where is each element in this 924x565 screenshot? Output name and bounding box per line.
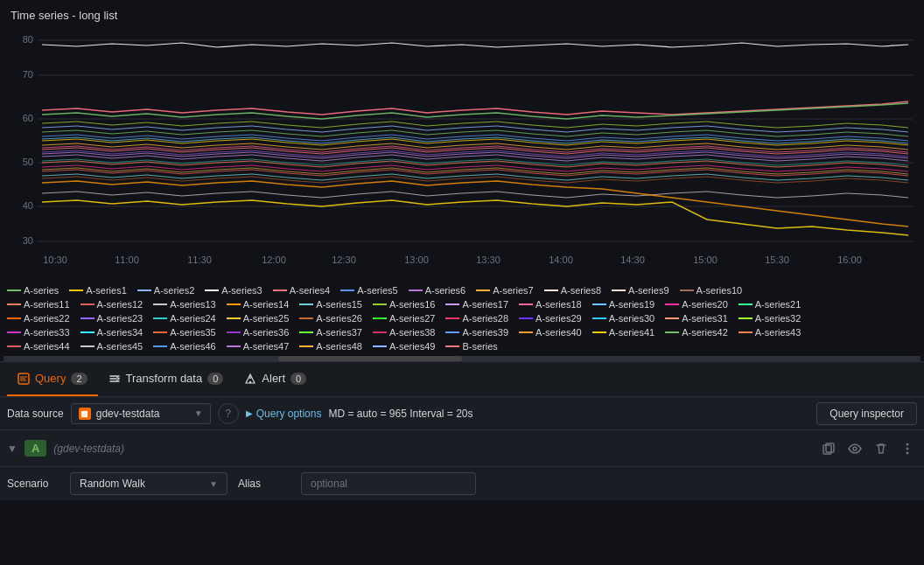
legend-item[interactable]: A-series17	[445, 299, 508, 310]
svg-text:14:30: 14:30	[620, 255, 645, 265]
legend-item[interactable]: A-series30	[592, 313, 655, 324]
legend-item[interactable]: A-series2	[137, 285, 194, 296]
legend-item[interactable]: A-series43	[738, 327, 802, 338]
legend-item[interactable]: A-series33	[7, 327, 70, 338]
tab-alert[interactable]: Alert 0	[234, 362, 317, 396]
query-row: ▼ A (gdev-testdata)	[0, 429, 924, 466]
legend-item[interactable]: A-series27	[373, 313, 436, 324]
legend: A-seriesA-series1A-series2A-series3A-ser…	[0, 281, 924, 356]
svg-point-34	[906, 451, 909, 454]
legend-item[interactable]: A-series45	[80, 341, 144, 352]
chart-svg: 80 70 60 50 40 30 10:30 11:00 11:30 12:0…	[7, 27, 917, 281]
help-button[interactable]: ?	[218, 403, 239, 424]
collapse-arrow[interactable]: ▼	[7, 443, 18, 455]
legend-item[interactable]: A-series16	[373, 299, 436, 310]
tab-transform-label: Transform data	[126, 372, 203, 385]
legend-item[interactable]: A-series48	[299, 341, 362, 352]
legend-item[interactable]: A-series10	[680, 285, 743, 296]
legend-item[interactable]: A-series7	[476, 285, 533, 296]
data-source-label: Data source	[7, 408, 64, 420]
query-inspector-button[interactable]: Query inspector	[816, 402, 917, 425]
remove-query-button[interactable]	[872, 439, 891, 458]
legend-item[interactable]: A-series12	[80, 299, 144, 310]
query-icon	[18, 373, 30, 385]
chart-title: Time series - long list	[7, 9, 917, 22]
legend-item[interactable]: A-series22	[7, 313, 70, 324]
legend-item[interactable]: A-series31	[665, 313, 728, 324]
scenario-row: Scenario Random Walk ▼ Alias optional	[0, 466, 924, 500]
legend-item[interactable]: A-series36	[227, 327, 290, 338]
legend-item[interactable]: A-series	[7, 285, 59, 296]
legend-item[interactable]: A-series13	[153, 299, 216, 310]
data-source-select[interactable]: ▦ gdev-testdata ▼	[71, 403, 211, 424]
legend-item[interactable]: A-series25	[227, 313, 290, 324]
legend-item[interactable]: A-series35	[153, 327, 216, 338]
svg-text:50: 50	[23, 157, 33, 167]
legend-item[interactable]: A-series28	[445, 313, 508, 324]
datasource-icon: ▦	[79, 408, 91, 420]
legend-item[interactable]: A-series1	[69, 285, 126, 296]
toggle-visibility-button[interactable]	[845, 439, 864, 458]
legend-item[interactable]: A-series20	[665, 299, 728, 310]
legend-item[interactable]: A-series47	[227, 341, 290, 352]
legend-item[interactable]: A-series40	[519, 327, 582, 338]
legend-item[interactable]: A-series9	[612, 285, 668, 296]
legend-item[interactable]: A-series49	[373, 341, 436, 352]
duplicate-query-button[interactable]	[819, 439, 838, 458]
tab-query-badge: 2	[71, 373, 87, 385]
datasource-dropdown-arrow: ▼	[194, 408, 203, 418]
legend-item[interactable]: A-series15	[299, 299, 362, 310]
query-options-label: Query options	[256, 408, 322, 420]
chart-container: Time series - long list 80 70 60 50 40 3…	[0, 0, 924, 281]
legend-item[interactable]: A-series19	[592, 299, 655, 310]
legend-item[interactable]: A-series41	[592, 327, 655, 338]
legend-item[interactable]: A-series39	[445, 327, 508, 338]
legend-item[interactable]: A-series21	[738, 299, 802, 310]
legend-item[interactable]: A-series44	[7, 341, 70, 352]
legend-item[interactable]: A-series5	[340, 285, 397, 296]
bottom-toolbar: Data source ▦ gdev-testdata ▼ ? ▶ Query …	[0, 396, 924, 429]
legend-item[interactable]: A-series46	[153, 341, 216, 352]
legend-item[interactable]: A-series26	[299, 313, 362, 324]
legend-item[interactable]: A-series6	[409, 285, 466, 296]
legend-item[interactable]: A-series38	[373, 327, 436, 338]
query-meta: MD = auto = 965 Interval = 20s	[328, 408, 472, 420]
legend-item[interactable]: A-series37	[299, 327, 362, 338]
tab-query-label: Query	[35, 372, 66, 385]
legend-item[interactable]: A-series32	[738, 313, 802, 324]
query-options-arrow: ▶	[246, 408, 253, 418]
scenario-value: Random Walk	[80, 478, 145, 490]
svg-text:16:00: 16:00	[837, 255, 862, 265]
legend-item[interactable]: A-series11	[7, 299, 70, 310]
legend-item[interactable]: A-series3	[205, 285, 262, 296]
tab-alert-label: Alert	[262, 372, 285, 385]
legend-item[interactable]: A-series14	[227, 299, 290, 310]
tab-query[interactable]: Query 2	[7, 362, 98, 396]
svg-text:11:30: 11:30	[187, 255, 212, 265]
legend-item[interactable]: A-series24	[153, 313, 216, 324]
legend-item[interactable]: B-series	[445, 341, 497, 352]
chart-area: 80 70 60 50 40 30 10:30 11:00 11:30 12:0…	[7, 27, 917, 281]
query-options-button[interactable]: ▶ Query options	[246, 408, 322, 420]
scenario-label: Scenario	[7, 478, 60, 490]
legend-item[interactable]: A-series8	[544, 285, 601, 296]
tab-transform[interactable]: Transform data 0	[98, 362, 234, 396]
svg-text:13:30: 13:30	[476, 255, 500, 265]
svg-text:10:30: 10:30	[43, 255, 67, 265]
legend-item[interactable]: A-series42	[665, 327, 728, 338]
scenario-select[interactable]: Random Walk ▼	[70, 472, 228, 495]
scenario-dropdown-arrow: ▼	[209, 479, 218, 489]
legend-item[interactable]: A-series23	[80, 313, 144, 324]
scrollbar-thumb[interactable]	[278, 356, 462, 361]
more-options-button[interactable]	[898, 439, 917, 458]
legend-item[interactable]: A-series4	[273, 285, 330, 296]
svg-text:80: 80	[23, 34, 33, 45]
svg-text:15:30: 15:30	[765, 255, 789, 265]
alias-input[interactable]: optional	[301, 472, 476, 495]
legend-item[interactable]: A-series34	[80, 327, 144, 338]
svg-text:12:30: 12:30	[332, 255, 356, 265]
tab-alert-badge: 0	[290, 373, 306, 385]
chart-scrollbar[interactable]	[4, 356, 920, 361]
legend-item[interactable]: A-series29	[519, 313, 582, 324]
legend-item[interactable]: A-series18	[519, 299, 582, 310]
